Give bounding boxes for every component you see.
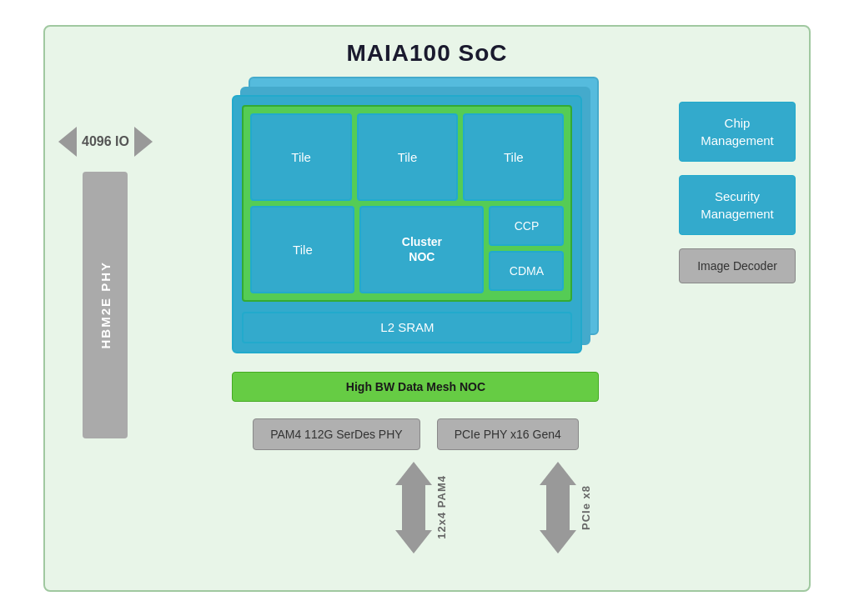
left-section: 4096 IO HBM2E PHY	[58, 127, 153, 438]
chip-management-box: ChipManagement	[679, 102, 796, 162]
phy-pcie-box: PCIe PHY x16 Gen4	[437, 418, 579, 450]
tile-4: Tile	[250, 206, 354, 293]
security-management-label: SecurityManagement	[701, 189, 774, 221]
inner-cluster: Tile Tile Tile Tile ClusterNOC CCP CDM	[242, 105, 572, 302]
hbm-label: HBM2E PHY	[98, 261, 113, 349]
arrow-right-icon	[134, 127, 153, 157]
cluster-noc-box: ClusterNOC	[359, 206, 484, 293]
phy-pam4-box: PAM4 112G SerDes PHY	[253, 418, 419, 450]
pcie-arrow-head-down	[540, 530, 576, 553]
pcie-label: PCIe x8	[580, 485, 592, 530]
chip-management-label: ChipManagement	[701, 116, 774, 148]
pcie-arrow-head-up	[540, 462, 576, 485]
pam4-arrow-head-up	[395, 462, 432, 485]
soc-container: MAIA100 SoC 4096 IO HBM2E PHY	[43, 25, 811, 592]
pcie-arrow: PCIe x8	[540, 462, 592, 553]
pam4-arrow-head-down	[395, 530, 432, 553]
cdma-box: CDMA	[489, 251, 564, 291]
phy-row: PAM4 112G SerDes PHY PCIe PHY x16 Gen4	[253, 418, 579, 450]
tile-2: Tile	[357, 113, 458, 201]
image-decoder-box: Image Decoder	[679, 248, 796, 283]
tile-row-bottom: Tile ClusterNOC CCP CDMA	[250, 206, 564, 293]
io-label: 4096 IO	[82, 134, 129, 149]
cluster-main: Tile Tile Tile Tile ClusterNOC CCP CDM	[232, 95, 582, 353]
right-mini-col: CCP CDMA	[489, 206, 564, 293]
l2-sram-bar: L2 SRAM	[242, 312, 572, 343]
cluster-stack: Tile Tile Tile Tile ClusterNOC CCP CDM	[232, 77, 599, 360]
tile-3: Tile	[463, 113, 564, 201]
center-section: Tile Tile Tile Tile ClusterNOC CCP CDM	[161, 77, 671, 450]
bottom-arrows-section: 12x4 PAM4 PCIe x8	[192, 462, 796, 553]
pam4-arrow: 12x4 PAM4	[395, 462, 448, 553]
right-panel: ChipManagement SecurityManagement Image …	[679, 102, 796, 283]
pam4-label: 12x4 PAM4	[435, 475, 448, 539]
mesh-noc-bar: High BW Data Mesh NOC	[232, 372, 599, 402]
pam4-arrow-body	[402, 485, 425, 530]
tile-row-top: Tile Tile Tile	[250, 113, 564, 201]
hbm-bar: HBM2E PHY	[83, 172, 128, 438]
security-management-box: SecurityManagement	[679, 175, 796, 235]
arrow-left-icon	[58, 127, 77, 157]
pcie-arrow-body	[546, 485, 570, 530]
diagram-wrapper: MAIA100 SoC 4096 IO HBM2E PHY	[0, 0, 854, 616]
soc-title: MAIA100 SoC	[58, 40, 796, 67]
io-arrow-container: 4096 IO	[58, 127, 153, 157]
tile-1: Tile	[250, 113, 351, 201]
ccp-box: CCP	[489, 206, 564, 246]
